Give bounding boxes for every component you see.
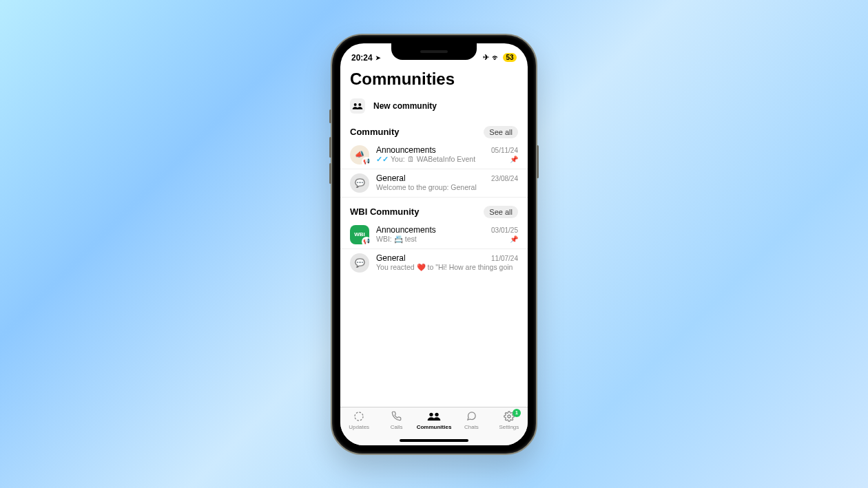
new-community-label: New community bbox=[373, 101, 437, 111]
battery-level: 53 bbox=[503, 53, 517, 62]
avatar-general-icon: 💬 bbox=[350, 173, 369, 193]
see-all-button[interactable]: See all bbox=[484, 126, 518, 138]
read-ticks-icon: ✓✓ bbox=[376, 155, 389, 164]
tab-label: Chats bbox=[464, 424, 479, 430]
location-arrow-icon: ➤ bbox=[375, 54, 381, 61]
avatar-wbi-icon: WBI 📢 bbox=[350, 225, 369, 244]
chat-row-wbi-general[interactable]: 💬 General 11/07/24 You reacted ❤️ to "Hi… bbox=[340, 249, 528, 277]
airplane-mode-icon: ✈ bbox=[483, 53, 489, 62]
pin-icon: 📌 bbox=[510, 235, 518, 243]
section-title: WBI Community bbox=[350, 206, 419, 217]
phone-icon bbox=[391, 410, 402, 423]
svg-point-3 bbox=[429, 412, 433, 416]
communities-list: Community See all 📣 📢 Announcements 05/1… bbox=[340, 122, 528, 407]
status-time: 20:24 bbox=[351, 53, 373, 63]
tab-label: Calls bbox=[391, 424, 403, 430]
chat-row-announcements[interactable]: 📣 📢 Announcements 05/11/24 ✓✓ You: bbox=[340, 141, 528, 169]
section-header-wbi-community: WBI Community See all bbox=[340, 198, 528, 221]
svg-point-2 bbox=[355, 412, 363, 421]
phone-notch bbox=[391, 43, 477, 60]
chat-preview: You reacted ❤️ to "Hi! How are things go… bbox=[376, 263, 513, 272]
see-all-button[interactable]: See all bbox=[484, 206, 518, 218]
updates-icon bbox=[353, 410, 364, 423]
tab-communities[interactable]: Communities bbox=[415, 410, 453, 430]
page-title: Communities bbox=[340, 67, 528, 96]
communities-icon bbox=[427, 410, 441, 423]
megaphone-badge-icon: 📢 bbox=[362, 237, 371, 246]
tab-label: Settings bbox=[499, 424, 519, 430]
home-indicator[interactable] bbox=[400, 439, 468, 442]
svg-point-1 bbox=[358, 103, 361, 106]
tab-settings[interactable]: Settings 1 bbox=[490, 410, 528, 430]
chat-name: Announcements bbox=[376, 225, 436, 235]
svg-point-5 bbox=[508, 415, 510, 418]
tab-label: Updates bbox=[349, 424, 369, 430]
chat-preview: Welcome to the group: General bbox=[376, 183, 477, 191]
chat-name: General bbox=[376, 253, 406, 263]
chat-row-wbi-announcements[interactable]: WBI 📢 Announcements 03/01/25 WBI: 📇 bbox=[340, 221, 528, 249]
phone-screen: 20:24 ➤ ✈ ᯤ 53 Communities New community bbox=[340, 43, 528, 445]
svg-point-4 bbox=[435, 412, 438, 416]
chat-name: Announcements bbox=[376, 145, 436, 155]
section-title: Community bbox=[350, 127, 400, 137]
avatar-general-icon: 💬 bbox=[350, 253, 369, 273]
tab-label: Communities bbox=[417, 424, 452, 430]
wifi-icon: ᯤ bbox=[492, 53, 500, 63]
chat-name: General bbox=[376, 173, 406, 183]
chat-preview: ✓✓ You: 🗓 WABetaInfo Event bbox=[376, 155, 475, 164]
tab-calls[interactable]: Calls bbox=[378, 410, 415, 430]
section-header-community: Community See all bbox=[340, 122, 528, 141]
svg-point-0 bbox=[354, 103, 357, 106]
people-icon bbox=[350, 98, 365, 114]
megaphone-badge-icon: 📢 bbox=[362, 157, 371, 167]
chat-date: 23/08/24 bbox=[491, 175, 518, 182]
new-community-button[interactable]: New community bbox=[340, 96, 528, 122]
chat-preview: WBI: 📇 test bbox=[376, 235, 417, 244]
tab-updates[interactable]: Updates bbox=[340, 410, 378, 430]
chat-bubble-icon bbox=[466, 410, 477, 423]
avatar-announcements-icon: 📣 📢 bbox=[350, 145, 369, 165]
pin-icon: 📌 bbox=[510, 156, 518, 163]
notification-badge: 1 bbox=[513, 409, 521, 417]
chat-date: 03/01/25 bbox=[491, 226, 518, 234]
chat-date: 11/07/24 bbox=[491, 255, 518, 262]
phone-frame: 20:24 ➤ ✈ ᯤ 53 Communities New community bbox=[331, 34, 537, 455]
tab-chats[interactable]: Chats bbox=[453, 410, 490, 430]
chat-date: 05/11/24 bbox=[491, 147, 518, 154]
chat-row-general[interactable]: 💬 General 23/08/24 Welcome to the group:… bbox=[340, 169, 528, 198]
